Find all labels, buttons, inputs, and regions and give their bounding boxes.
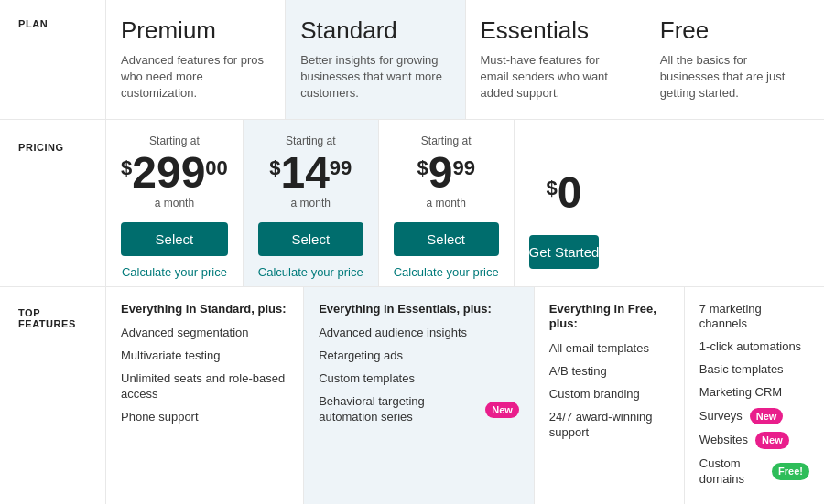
feature-item-free-0: 7 marketing channels <box>699 302 809 333</box>
feature-item-free-6: Custom domainsFree! <box>699 456 809 488</box>
feature-item-essentials-3: 24/7 award-winning support <box>549 410 669 441</box>
calc-link-standard[interactable]: Calculate your price <box>258 265 363 279</box>
starting-at-premium: Starting at <box>121 134 228 147</box>
plan-col-standard: Standard Better insights for growing bus… <box>285 0 464 119</box>
feature-item-essentials-2: Custom branding <box>549 387 669 402</box>
select-btn-essentials[interactable]: Select <box>394 222 499 256</box>
calc-link-premium[interactable]: Calculate your price <box>121 265 228 279</box>
per-month-essentials: a month <box>394 197 499 209</box>
pricing-row: PRICING Starting at $ 299 00 a month Sel… <box>0 119 824 286</box>
currency-essentials: $ <box>417 156 428 180</box>
badge-free-5: New <box>755 432 789 448</box>
feature-item-standard-3: Behavioral targeting automation seriesNe… <box>319 394 519 425</box>
price-display-free: $ 0 <box>529 171 600 215</box>
feature-item-standard-0: Advanced audience insights <box>319 326 519 341</box>
feature-header-premium: Everything in Standard, plus: <box>121 302 288 317</box>
price-cents-premium: 00 <box>205 156 227 180</box>
feature-item-free-5: WebsitesNew <box>699 432 809 448</box>
plan-col-free: Free All the basics for businesses that … <box>645 0 824 119</box>
feature-item-premium-3: Phone support <box>121 410 288 425</box>
pricing-section-free: $ 0 Get Started <box>514 120 614 286</box>
currency-standard: $ <box>269 156 280 180</box>
features-section-standard: Everything in Essentials, plus:Advanced … <box>303 287 534 504</box>
plan-col-essentials: Essentials Must-have features for email … <box>465 0 645 119</box>
plan-desc-essentials: Must-have features for email senders who… <box>481 52 630 102</box>
select-btn-premium[interactable]: Select <box>121 222 228 256</box>
top-features-label: TOP FEATURES <box>0 287 105 504</box>
features-section-free: 7 marketing channels1-click automationsB… <box>684 287 824 504</box>
features-section-essentials: Everything in Free, plus:All email templ… <box>534 287 684 504</box>
plan-col-premium: Premium Advanced features for pros who n… <box>105 0 285 119</box>
feature-item-free-1: 1-click automations <box>699 339 809 355</box>
pricing-section-standard: Starting at $ 14 99 a month Select Calcu… <box>243 120 378 286</box>
features-section-premium: Everything in Standard, plus:Advanced se… <box>105 287 303 504</box>
price-main-premium: 299 <box>132 151 205 195</box>
plan-desc-premium: Advanced features for pros who need more… <box>121 52 270 102</box>
starting-at-essentials: Starting at <box>394 134 499 147</box>
calc-link-essentials[interactable]: Calculate your price <box>394 265 499 279</box>
per-month-standard: a month <box>258 197 363 209</box>
select-btn-free[interactable]: Get Started <box>529 235 600 269</box>
badge-free-4: New <box>750 408 784 424</box>
feature-item-standard-2: Custom templates <box>319 371 519 387</box>
feature-item-free-2: Basic templates <box>699 362 809 378</box>
plan-desc-standard: Better insights for growing businesses t… <box>300 52 450 102</box>
pricing-label: PRICING <box>0 120 105 286</box>
feature-item-premium-2: Unlimited seats and role-based access <box>121 371 288 402</box>
plan-name-premium: Premium <box>121 16 270 45</box>
feature-item-free-3: Marketing CRM <box>699 385 809 401</box>
feature-item-premium-0: Advanced segmentation <box>121 326 288 341</box>
price-display-essentials: $ 9 99 <box>394 151 499 195</box>
plan-name-free: Free <box>660 16 809 45</box>
plan-header-row: PLAN Premium Advanced features for pros … <box>0 0 824 119</box>
starting-at-standard: Starting at <box>258 134 363 147</box>
price-display-standard: $ 14 99 <box>258 151 363 195</box>
plan-desc-free: All the basics for businesses that are j… <box>660 52 809 102</box>
per-month-premium: a month <box>121 197 228 209</box>
feature-header-standard: Everything in Essentials, plus: <box>319 302 519 317</box>
badge-free-6: Free! <box>772 463 809 479</box>
plan-name-standard: Standard <box>300 16 450 45</box>
pricing-section-premium: Starting at $ 299 00 a month Select Calc… <box>105 120 243 286</box>
pricing-table: PLAN Premium Advanced features for pros … <box>0 0 824 504</box>
price-main-essentials: 9 <box>428 151 453 195</box>
badge-standard-3: New <box>485 402 519 418</box>
currency-premium: $ <box>121 156 132 180</box>
feature-header-essentials: Everything in Free, plus: <box>549 302 669 333</box>
pricing-section-essentials: Starting at $ 9 99 a month Select Calcul… <box>378 120 514 286</box>
plan-name-essentials: Essentials <box>481 16 630 45</box>
price-cents-essentials: 99 <box>452 156 474 180</box>
feature-item-free-4: SurveysNew <box>699 408 809 424</box>
currency-free: $ <box>546 177 557 200</box>
price-cents-standard: 99 <box>330 156 352 180</box>
plan-label: PLAN <box>0 0 105 119</box>
price-main-free: 0 <box>558 171 582 215</box>
select-btn-standard[interactable]: Select <box>258 222 363 256</box>
price-main-standard: 14 <box>280 151 329 195</box>
price-display-premium: $ 299 00 <box>121 151 228 195</box>
feature-item-essentials-0: All email templates <box>549 341 669 357</box>
feature-item-premium-1: Multivariate testing <box>121 349 288 364</box>
features-row: TOP FEATURES Everything in Standard, plu… <box>0 286 824 504</box>
feature-item-standard-1: Retargeting ads <box>319 349 519 364</box>
feature-item-essentials-1: A/B testing <box>549 364 669 380</box>
